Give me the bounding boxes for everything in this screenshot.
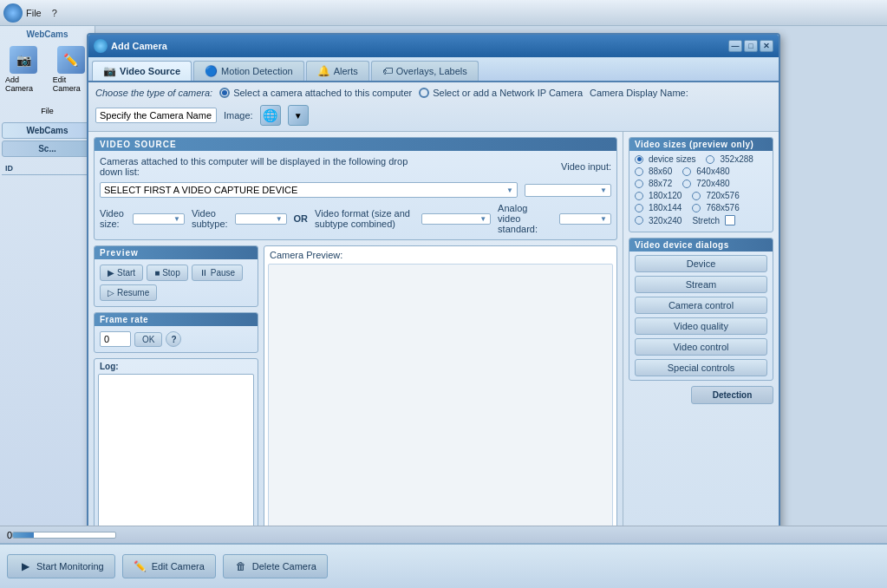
video-capture-device-dropdown[interactable]: SELECT FIRST A VIDEO CAPTURE DEVICE ▼ <box>100 182 518 198</box>
file-button[interactable]: File <box>37 103 57 119</box>
camera-control-button[interactable]: Camera control <box>635 297 767 314</box>
size-row-1: device sizes 352x288 <box>635 154 767 164</box>
progress-fill <box>13 532 34 538</box>
video-subtype-label: Video subtype: <box>192 208 228 229</box>
framerate-ok-button[interactable]: OK <box>134 332 162 347</box>
sidebar-title: WebCams <box>26 29 68 39</box>
analog-standard-dropdown[interactable]: ▼ <box>559 213 611 225</box>
dialog-right-panel: Video sizes (preview only) device sizes … <box>623 132 779 526</box>
log-title: Log: <box>95 359 258 374</box>
edit-camera-icon: ✏️ <box>57 46 85 74</box>
video-sizes-section: Video sizes (preview only) device sizes … <box>629 137 773 232</box>
pause-button[interactable]: ⏸ Pause <box>192 265 243 281</box>
radio-640x480[interactable] <box>682 167 691 176</box>
app-icon <box>3 3 23 23</box>
edit-camera-toolbar-label: Edit Camera <box>152 561 205 572</box>
label-device-sizes: device sizes <box>649 154 695 164</box>
radio-320x240[interactable] <box>635 216 643 225</box>
label-768x576: 768x576 <box>706 203 739 212</box>
alerts-tab-label: Alerts <box>334 66 358 76</box>
radio-device-sizes[interactable] <box>635 155 643 164</box>
video-input-label: Video input: <box>561 161 611 172</box>
tab-alerts[interactable]: 🔔 Alerts <box>306 61 369 81</box>
radio-network-camera[interactable]: Select or add a Network IP Camera <box>419 88 583 98</box>
device-dialogs-section: Video device dialogs Device Stream Camer… <box>629 238 773 381</box>
stream-button[interactable]: Stream <box>635 276 767 293</box>
add-camera-dialog: Add Camera — □ ✕ 📷 Video Source 🔵 Motion… <box>87 33 780 526</box>
choose-camera-type-label: Choose the type of camera: <box>95 88 212 98</box>
framerate-input[interactable] <box>100 331 131 347</box>
video-source-title: VIDEO SOURCE <box>95 138 616 151</box>
sidebar-table-header: ID <box>2 162 93 175</box>
radio-local-camera[interactable]: Select a camera attached to this compute… <box>219 88 412 98</box>
tab-motion-detection[interactable]: 🔵 Motion Detection <box>193 61 304 81</box>
video-input-dropdown[interactable]: ▼ <box>525 184 611 197</box>
size-row-2: 88x60 640x480 <box>635 167 767 176</box>
size-row-5: 180x144 768x576 <box>635 203 767 212</box>
edit-camera-button[interactable]: ✏️ Edit Camera <box>122 554 216 578</box>
overlays-tab-icon: 🏷 <box>382 65 393 77</box>
app-window: File ? WebCams 📷 Add Camera ✏️ Edit Came… <box>0 0 887 588</box>
radio-720x576[interactable] <box>692 192 701 200</box>
label-88x60: 88x60 <box>649 167 672 176</box>
preview-section: Preview ▶ Start ■ Stop <box>94 245 258 307</box>
radio-88x60[interactable] <box>635 167 643 176</box>
camera-selection-row: Choose the type of camera: Select a came… <box>88 82 779 132</box>
resume-button[interactable]: ▷ Resume <box>100 284 157 301</box>
radio-88x72[interactable] <box>635 180 643 188</box>
radio-768x576[interactable] <box>692 204 701 212</box>
camera-display-name-input[interactable] <box>95 108 217 123</box>
video-source-row1: Cameras attached to this computer will b… <box>100 156 611 177</box>
video-size-dropdown[interactable]: ▼ <box>133 213 185 225</box>
video-subtype-dropdown[interactable]: ▼ <box>235 213 287 225</box>
video-input-arrow: ▼ <box>600 186 607 194</box>
radio-720x480[interactable] <box>682 180 691 188</box>
tab-webcams[interactable]: WebCams <box>2 122 93 139</box>
tab-video-source[interactable]: 📷 Video Source <box>92 61 192 81</box>
preview-buttons: ▶ Start ■ Stop ⏸ Pause <box>95 259 258 306</box>
radio-352x288[interactable] <box>706 155 714 164</box>
image-browse-button[interactable]: ▼ <box>288 105 309 126</box>
radio-network-dot <box>419 88 429 98</box>
resume-icon: ▷ <box>108 288 114 297</box>
edit-camera-label: Edit Camera <box>53 75 89 93</box>
bottom-toolbar: ▶ Start Monitoring ✏️ Edit Camera 🗑 Dele… <box>0 543 887 588</box>
delete-camera-button[interactable]: 🗑 Delete Camera <box>223 554 328 578</box>
video-control-button[interactable]: Video control <box>635 338 767 356</box>
video-quality-button[interactable]: Video quality <box>635 317 767 335</box>
file-label: File <box>41 107 54 115</box>
stretch-label: Stretch <box>692 216 720 225</box>
minimize-button[interactable]: — <box>728 40 742 52</box>
radio-180x120[interactable] <box>635 192 643 200</box>
start-button[interactable]: ▶ Start <box>100 265 143 281</box>
stop-label: Stop <box>162 268 180 278</box>
tab-sc[interactable]: Sc... <box>2 140 93 157</box>
pause-label: Pause <box>211 268 235 278</box>
video-source-tab-label: Video Source <box>120 66 180 76</box>
video-format-dropdown[interactable]: ▼ <box>421 213 491 225</box>
video-source-section: VIDEO SOURCE Cameras attached to this co… <box>94 137 617 240</box>
log-section: Log: <box>94 358 258 526</box>
close-button[interactable]: ✕ <box>760 40 773 52</box>
radio-180x144[interactable] <box>635 204 643 212</box>
maximize-button[interactable]: □ <box>744 40 758 52</box>
progress-bar <box>12 532 116 539</box>
menu-help[interactable]: ? <box>52 8 57 18</box>
tab-overlays[interactable]: 🏷 Overlays, Labels <box>371 61 479 81</box>
device-button[interactable]: Device <box>635 255 767 272</box>
size-row-4: 180x120 720x576 <box>635 191 767 200</box>
image-select-button[interactable]: 🌐 <box>260 105 281 126</box>
top-bar-menu: File ? <box>26 8 57 18</box>
add-camera-button[interactable]: 📷 Add Camera <box>2 42 46 96</box>
stretch-checkbox[interactable] <box>725 215 735 225</box>
motion-detection-tab-label: Motion Detection <box>221 66 293 76</box>
special-controls-button[interactable]: Special controls <box>635 359 767 376</box>
framerate-help-button[interactable]: ? <box>166 331 181 347</box>
menu-file[interactable]: File <box>26 8 42 18</box>
start-monitoring-icon: ▶ <box>18 559 32 573</box>
size-row-6: 320x240 Stretch <box>635 215 767 225</box>
dialog-title-controls: — □ ✕ <box>728 40 773 52</box>
label-640x480: 640x480 <box>696 167 729 176</box>
start-monitoring-button[interactable]: ▶ Start Monitoring <box>7 554 115 578</box>
stop-button[interactable]: ■ Stop <box>147 265 188 281</box>
